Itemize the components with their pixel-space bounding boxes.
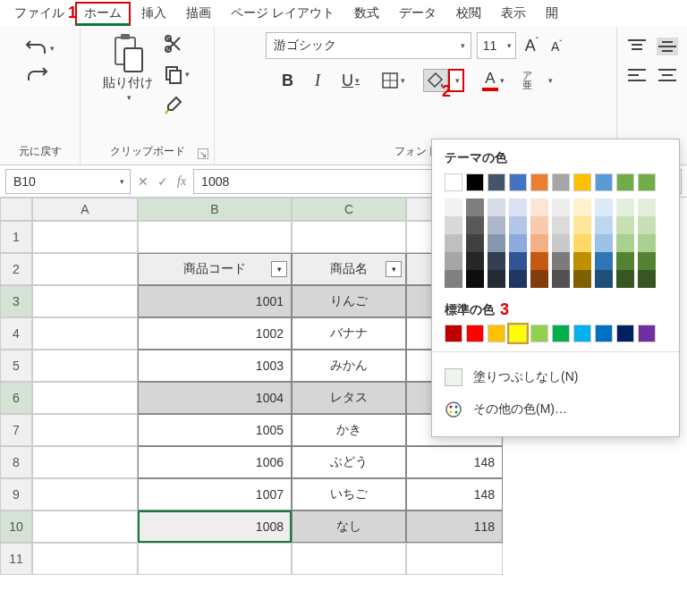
row-header[interactable]: 7 (0, 414, 32, 446)
color-swatch[interactable] (509, 325, 527, 342)
color-swatch[interactable] (638, 198, 656, 216)
filter-button[interactable]: ▾ (271, 261, 287, 277)
filter-button[interactable]: ▾ (386, 261, 402, 277)
color-swatch[interactable] (552, 270, 570, 288)
align-center-button[interactable] (657, 66, 678, 84)
color-swatch[interactable] (445, 252, 462, 270)
italic-button[interactable]: I (311, 70, 324, 92)
color-swatch[interactable] (509, 270, 527, 288)
menu-home[interactable]: ホーム (75, 2, 131, 26)
format-painter-button[interactable] (162, 93, 191, 116)
cell[interactable]: 1006 (138, 446, 292, 478)
cell[interactable]: りんご (292, 285, 406, 317)
cell[interactable] (32, 446, 138, 478)
color-swatch[interactable] (488, 270, 505, 288)
color-swatch[interactable] (595, 234, 613, 252)
color-swatch[interactable] (638, 234, 656, 252)
cell[interactable]: 1005 (138, 414, 292, 446)
color-swatch[interactable] (488, 198, 505, 216)
color-swatch[interactable] (509, 252, 527, 270)
color-swatch[interactable] (616, 216, 634, 234)
color-swatch[interactable] (466, 252, 484, 270)
color-swatch[interactable] (595, 325, 613, 342)
align-left-button[interactable] (626, 66, 648, 84)
underline-button[interactable]: U▾ (338, 70, 363, 92)
color-swatch[interactable] (530, 234, 548, 252)
cell[interactable] (32, 382, 138, 414)
color-swatch[interactable] (638, 325, 656, 342)
menu-layout[interactable]: ページ レイアウト (222, 2, 344, 25)
copy-button[interactable]: ▾ (162, 63, 191, 86)
decrease-font-size-button[interactable]: Aˇ (547, 38, 565, 54)
cell[interactable]: みかん (292, 350, 406, 382)
more-colors-button[interactable]: その他の色(M)… (445, 393, 666, 426)
cell[interactable]: レタス (292, 382, 406, 414)
cell[interactable] (138, 221, 292, 253)
color-swatch[interactable] (445, 234, 462, 252)
cancel-edit-button[interactable]: ✕ (138, 174, 148, 189)
menu-view[interactable]: 表示 (492, 2, 535, 25)
color-swatch[interactable] (595, 270, 613, 288)
color-swatch[interactable] (638, 216, 656, 234)
color-swatch[interactable] (466, 173, 484, 191)
chevron-down-icon[interactable]: ▾ (548, 76, 553, 85)
color-swatch[interactable] (573, 270, 591, 288)
color-swatch[interactable] (530, 198, 548, 216)
color-swatch[interactable] (488, 216, 505, 234)
color-swatch[interactable] (530, 270, 548, 288)
menu-review[interactable]: 校閲 (447, 2, 490, 25)
color-swatch[interactable] (616, 234, 634, 252)
phonetic-guide-button[interactable]: ア 亜 (522, 71, 532, 90)
cell[interactable]: 118 (406, 511, 503, 543)
color-swatch[interactable] (509, 234, 527, 252)
row-header[interactable]: 6 (0, 382, 32, 414)
color-swatch[interactable] (488, 252, 505, 270)
row-header[interactable]: 2 (0, 253, 32, 285)
color-swatch[interactable] (595, 198, 613, 216)
color-swatch[interactable] (638, 252, 656, 270)
cell[interactable]: バナナ (292, 317, 406, 350)
row-header[interactable]: 4 (0, 317, 32, 350)
row-header[interactable]: 3 (0, 285, 32, 317)
color-swatch[interactable] (638, 270, 656, 288)
no-fill-button[interactable]: 塗りつぶしなし(N) (445, 361, 666, 393)
cell[interactable] (292, 543, 406, 575)
row-header[interactable]: 10 (0, 511, 32, 543)
cell[interactable]: 1007 (138, 478, 292, 511)
color-swatch[interactable] (552, 198, 570, 216)
row-header[interactable]: 9 (0, 478, 32, 511)
color-swatch[interactable] (552, 216, 570, 234)
cell[interactable]: 商品コード▾ (138, 253, 292, 285)
color-swatch[interactable] (488, 325, 505, 342)
row-header[interactable]: 8 (0, 446, 32, 478)
color-swatch[interactable] (573, 325, 591, 342)
color-swatch[interactable] (573, 252, 591, 270)
color-swatch[interactable] (552, 234, 570, 252)
cell[interactable]: 1002 (138, 317, 292, 350)
align-top-button[interactable] (626, 38, 648, 55)
row-header[interactable]: 1 (0, 221, 32, 253)
select-all-corner[interactable] (0, 198, 32, 221)
redo-button[interactable] (23, 64, 50, 86)
chevron-down-icon[interactable]: ▾ (127, 93, 131, 102)
font-color-button[interactable]: A ▾ (479, 68, 508, 93)
cell[interactable] (32, 285, 138, 317)
color-swatch[interactable] (552, 252, 570, 270)
color-swatch[interactable] (466, 270, 484, 288)
color-swatch[interactable] (552, 173, 570, 191)
color-swatch[interactable] (445, 270, 462, 288)
color-swatch[interactable] (573, 216, 591, 234)
cell[interactable]: 1003 (138, 350, 292, 382)
cell[interactable] (32, 350, 138, 382)
color-swatch[interactable] (488, 234, 505, 252)
cell[interactable] (32, 253, 138, 285)
menu-data[interactable]: データ (390, 2, 445, 25)
cell[interactable] (32, 478, 138, 511)
cell[interactable]: ぶどう (292, 446, 406, 478)
color-swatch[interactable] (509, 173, 527, 191)
borders-button[interactable]: ▾ (377, 70, 409, 91)
row-header[interactable]: 5 (0, 350, 32, 382)
color-swatch[interactable] (573, 198, 591, 216)
bold-button[interactable]: B (278, 70, 297, 92)
name-box[interactable]: B10 ▾ (5, 169, 131, 194)
